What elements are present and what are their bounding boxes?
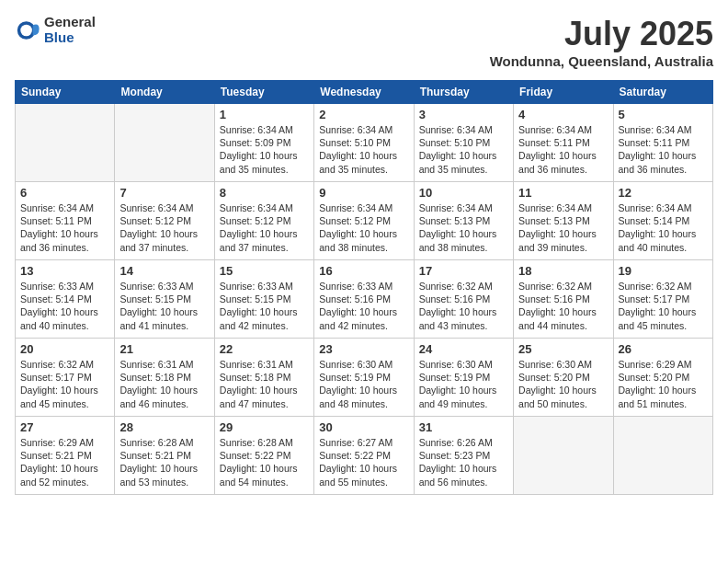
location: Wondunna, Queensland, Australia bbox=[490, 53, 713, 69]
day-number: 21 bbox=[119, 342, 209, 356]
day-info: Sunrise: 6:32 AMSunset: 5:16 PMDaylight:… bbox=[419, 280, 508, 332]
day-number: 26 bbox=[619, 342, 708, 356]
day-info: Sunrise: 6:34 AMSunset: 5:12 PMDaylight:… bbox=[220, 201, 309, 254]
calendar-day-cell: 2Sunrise: 6:34 AMSunset: 5:10 PMDaylight… bbox=[314, 104, 414, 182]
calendar-week-row: 27Sunrise: 6:29 AMSunset: 5:21 PMDayligh… bbox=[16, 417, 713, 495]
day-number: 23 bbox=[319, 342, 408, 356]
calendar-week-row: 20Sunrise: 6:32 AMSunset: 5:17 PMDayligh… bbox=[16, 339, 713, 417]
calendar-day-cell: 27Sunrise: 6:29 AMSunset: 5:21 PMDayligh… bbox=[16, 417, 115, 495]
calendar-day-cell: 14Sunrise: 6:33 AMSunset: 5:15 PMDayligh… bbox=[115, 260, 214, 339]
day-number: 20 bbox=[20, 342, 109, 356]
day-number: 18 bbox=[518, 264, 608, 278]
day-number: 29 bbox=[220, 420, 309, 434]
day-info: Sunrise: 6:30 AMSunset: 5:20 PMDaylight:… bbox=[518, 358, 608, 410]
calendar-day-cell bbox=[115, 104, 214, 182]
day-info: Sunrise: 6:34 AMSunset: 5:10 PMDaylight:… bbox=[319, 123, 408, 176]
day-number: 4 bbox=[518, 108, 608, 121]
day-of-week-header: Sunday bbox=[16, 81, 115, 104]
day-info: Sunrise: 6:29 AMSunset: 5:21 PMDaylight:… bbox=[20, 436, 109, 488]
day-of-week-header: Monday bbox=[115, 81, 214, 104]
day-info: Sunrise: 6:29 AMSunset: 5:20 PMDaylight:… bbox=[619, 358, 708, 410]
day-info: Sunrise: 6:32 AMSunset: 5:17 PMDaylight:… bbox=[619, 280, 708, 332]
day-number: 31 bbox=[419, 420, 508, 434]
day-number: 15 bbox=[220, 264, 309, 278]
calendar-day-cell: 26Sunrise: 6:29 AMSunset: 5:20 PMDayligh… bbox=[613, 339, 712, 417]
day-number: 5 bbox=[619, 108, 708, 121]
calendar-day-cell: 13Sunrise: 6:33 AMSunset: 5:14 PMDayligh… bbox=[16, 260, 115, 339]
calendar-day-cell: 17Sunrise: 6:32 AMSunset: 5:16 PMDayligh… bbox=[414, 260, 513, 339]
day-info: Sunrise: 6:34 AMSunset: 5:11 PMDaylight:… bbox=[619, 123, 708, 176]
calendar-week-row: 13Sunrise: 6:33 AMSunset: 5:14 PMDayligh… bbox=[16, 260, 713, 339]
day-info: Sunrise: 6:34 AMSunset: 5:10 PMDaylight:… bbox=[419, 123, 508, 176]
page-header: General Blue July 2025 Wondunna, Queensl… bbox=[15, 15, 713, 69]
day-info: Sunrise: 6:34 AMSunset: 5:11 PMDaylight:… bbox=[518, 123, 608, 176]
calendar-day-cell: 23Sunrise: 6:30 AMSunset: 5:19 PMDayligh… bbox=[314, 339, 414, 417]
day-number: 7 bbox=[119, 186, 209, 200]
day-number: 13 bbox=[20, 264, 109, 278]
svg-point-1 bbox=[20, 24, 32, 36]
calendar-day-cell: 8Sunrise: 6:34 AMSunset: 5:12 PMDaylight… bbox=[214, 182, 313, 260]
calendar-day-cell: 3Sunrise: 6:34 AMSunset: 5:10 PMDaylight… bbox=[414, 104, 513, 182]
day-number: 9 bbox=[319, 186, 408, 200]
calendar-day-cell: 15Sunrise: 6:33 AMSunset: 5:15 PMDayligh… bbox=[214, 260, 313, 339]
day-of-week-header: Wednesday bbox=[314, 81, 414, 104]
calendar-day-cell: 7Sunrise: 6:34 AMSunset: 5:12 PMDaylight… bbox=[115, 182, 214, 260]
day-number: 2 bbox=[319, 108, 408, 121]
day-number: 19 bbox=[619, 264, 708, 278]
day-number: 3 bbox=[419, 108, 508, 121]
calendar: SundayMondayTuesdayWednesdayThursdayFrid… bbox=[15, 80, 713, 495]
calendar-day-cell: 31Sunrise: 6:26 AMSunset: 5:23 PMDayligh… bbox=[414, 417, 513, 495]
logo-general: General bbox=[44, 15, 96, 30]
day-number: 30 bbox=[319, 420, 408, 434]
day-info: Sunrise: 6:31 AMSunset: 5:18 PMDaylight:… bbox=[119, 358, 209, 410]
day-info: Sunrise: 6:34 AMSunset: 5:12 PMDaylight:… bbox=[319, 201, 408, 254]
calendar-day-cell: 1Sunrise: 6:34 AMSunset: 5:09 PMDaylight… bbox=[214, 104, 313, 182]
calendar-day-cell: 11Sunrise: 6:34 AMSunset: 5:13 PMDayligh… bbox=[514, 182, 613, 260]
day-info: Sunrise: 6:33 AMSunset: 5:14 PMDaylight:… bbox=[20, 280, 109, 332]
day-info: Sunrise: 6:34 AMSunset: 5:12 PMDaylight:… bbox=[119, 201, 209, 254]
calendar-day-cell: 22Sunrise: 6:31 AMSunset: 5:18 PMDayligh… bbox=[214, 339, 313, 417]
calendar-day-cell: 6Sunrise: 6:34 AMSunset: 5:11 PMDaylight… bbox=[16, 182, 115, 260]
calendar-day-cell bbox=[514, 417, 613, 495]
day-info: Sunrise: 6:28 AMSunset: 5:22 PMDaylight:… bbox=[220, 436, 309, 488]
day-number: 1 bbox=[220, 108, 309, 121]
calendar-day-cell: 5Sunrise: 6:34 AMSunset: 5:11 PMDaylight… bbox=[613, 104, 712, 182]
day-number: 24 bbox=[419, 342, 508, 356]
calendar-day-cell: 21Sunrise: 6:31 AMSunset: 5:18 PMDayligh… bbox=[115, 339, 214, 417]
calendar-body: 1Sunrise: 6:34 AMSunset: 5:09 PMDaylight… bbox=[16, 104, 713, 495]
day-info: Sunrise: 6:33 AMSunset: 5:15 PMDaylight:… bbox=[119, 280, 209, 332]
calendar-day-cell: 29Sunrise: 6:28 AMSunset: 5:22 PMDayligh… bbox=[214, 417, 313, 495]
day-info: Sunrise: 6:34 AMSunset: 5:11 PMDaylight:… bbox=[20, 201, 109, 254]
day-number: 25 bbox=[518, 342, 608, 356]
day-info: Sunrise: 6:32 AMSunset: 5:17 PMDaylight:… bbox=[20, 358, 109, 410]
calendar-day-cell: 20Sunrise: 6:32 AMSunset: 5:17 PMDayligh… bbox=[16, 339, 115, 417]
day-number: 17 bbox=[419, 264, 508, 278]
month-title: July 2025 bbox=[490, 15, 713, 53]
day-of-week-header: Saturday bbox=[613, 81, 712, 104]
calendar-day-cell: 25Sunrise: 6:30 AMSunset: 5:20 PMDayligh… bbox=[514, 339, 613, 417]
day-number: 10 bbox=[419, 186, 508, 200]
calendar-day-cell: 10Sunrise: 6:34 AMSunset: 5:13 PMDayligh… bbox=[414, 182, 513, 260]
calendar-header: SundayMondayTuesdayWednesdayThursdayFrid… bbox=[16, 81, 713, 104]
day-of-week-header: Thursday bbox=[414, 81, 513, 104]
calendar-week-row: 1Sunrise: 6:34 AMSunset: 5:09 PMDaylight… bbox=[16, 104, 713, 182]
logo: General Blue bbox=[15, 15, 96, 45]
calendar-day-cell: 9Sunrise: 6:34 AMSunset: 5:12 PMDaylight… bbox=[314, 182, 414, 260]
calendar-day-cell: 19Sunrise: 6:32 AMSunset: 5:17 PMDayligh… bbox=[613, 260, 712, 339]
logo-text: General Blue bbox=[44, 15, 96, 45]
day-info: Sunrise: 6:30 AMSunset: 5:19 PMDaylight:… bbox=[319, 358, 408, 410]
calendar-day-cell: 16Sunrise: 6:33 AMSunset: 5:16 PMDayligh… bbox=[314, 260, 414, 339]
calendar-day-cell: 28Sunrise: 6:28 AMSunset: 5:21 PMDayligh… bbox=[115, 417, 214, 495]
day-number: 22 bbox=[220, 342, 309, 356]
logo-icon bbox=[15, 17, 40, 43]
day-number: 27 bbox=[20, 420, 109, 434]
day-info: Sunrise: 6:34 AMSunset: 5:09 PMDaylight:… bbox=[220, 123, 309, 176]
day-number: 8 bbox=[220, 186, 309, 200]
day-info: Sunrise: 6:34 AMSunset: 5:13 PMDaylight:… bbox=[518, 201, 608, 254]
day-number: 14 bbox=[119, 264, 209, 278]
calendar-week-row: 6Sunrise: 6:34 AMSunset: 5:11 PMDaylight… bbox=[16, 182, 713, 260]
day-number: 28 bbox=[119, 420, 209, 434]
day-info: Sunrise: 6:33 AMSunset: 5:16 PMDaylight:… bbox=[319, 280, 408, 332]
days-of-week-row: SundayMondayTuesdayWednesdayThursdayFrid… bbox=[16, 81, 713, 104]
day-number: 6 bbox=[20, 186, 109, 200]
